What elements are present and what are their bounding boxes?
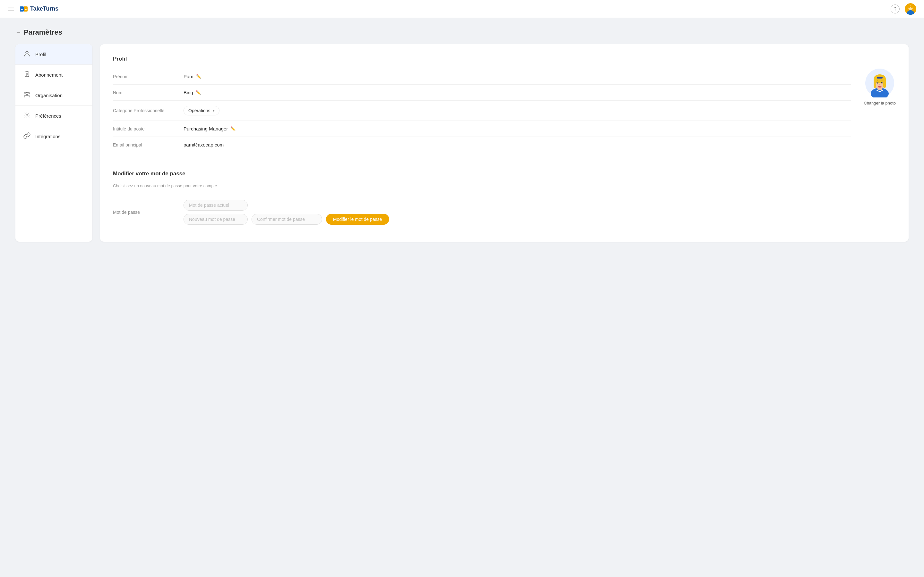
- field-value-prenom: Pam ✏️: [184, 74, 201, 79]
- avatar-container: [865, 69, 894, 97]
- password-row: Mot de passe Modifier le mot de passe: [113, 195, 896, 230]
- main-card: Profil Prénom Pam ✏️ N: [100, 44, 909, 242]
- categorie-value: Opérations: [188, 108, 210, 113]
- field-label-nom: Nom: [113, 90, 184, 95]
- header: TakeTurns ?: [0, 0, 924, 18]
- sidebar-item-label-profil: Profil: [35, 52, 46, 57]
- svg-point-17: [28, 93, 30, 94]
- clipboard-icon: [23, 71, 31, 79]
- password-section: Modifier votre mot de passe Choisissez u…: [113, 164, 896, 230]
- categorie-dropdown[interactable]: Opérations ▾: [184, 106, 220, 115]
- field-row-nom: Nom Bing ✏️: [113, 85, 851, 101]
- hamburger-menu[interactable]: [8, 7, 14, 11]
- svg-point-29: [881, 82, 883, 84]
- link-icon: [23, 132, 31, 141]
- svg-point-28: [877, 82, 879, 84]
- profile-section-title: Profil: [113, 56, 896, 62]
- chevron-down-icon: ▾: [213, 108, 215, 113]
- logo[interactable]: TakeTurns: [19, 5, 58, 13]
- current-password-input[interactable]: [184, 200, 248, 211]
- profile-section: Profil Prénom Pam ✏️ N: [113, 56, 896, 153]
- field-row-categorie: Catégorie Professionnelle Opérations ▾: [113, 101, 851, 121]
- field-label-prenom: Prénom: [113, 74, 184, 79]
- field-value-categorie: Opérations ▾: [184, 106, 220, 115]
- svg-point-16: [26, 93, 28, 95]
- edit-poste-icon[interactable]: ✏️: [230, 126, 236, 131]
- field-value-poste: Purchasing Manager ✏️: [184, 126, 236, 131]
- svg-point-19: [26, 114, 28, 116]
- confirm-password-input[interactable]: [252, 214, 322, 225]
- svg-point-10: [911, 5, 913, 8]
- sidebar-item-label-abonnement: Abonnement: [35, 72, 63, 77]
- email-value: pam@axecap.com: [184, 142, 224, 147]
- prenom-value: Pam: [184, 74, 194, 79]
- field-label-categorie: Catégorie Professionnelle: [113, 108, 184, 113]
- avatar-section: Changer la photo: [864, 69, 896, 105]
- svg-point-31: [882, 82, 883, 83]
- help-button[interactable]: ?: [891, 5, 900, 13]
- edit-nom-icon[interactable]: ✏️: [196, 90, 201, 95]
- poste-value: Purchasing Manager: [184, 126, 228, 131]
- header-left: TakeTurns: [8, 5, 58, 13]
- svg-rect-4: [21, 9, 23, 10]
- logo-text: TakeTurns: [30, 5, 58, 12]
- field-row-prenom: Prénom Pam ✏️: [113, 69, 851, 85]
- current-password-wrapper: [184, 200, 389, 211]
- field-label-email: Email principal: [113, 142, 184, 147]
- group-icon: [23, 91, 31, 100]
- sidebar-item-label-organisation: Organisation: [35, 93, 63, 98]
- gear-icon: [23, 111, 31, 120]
- nom-value: Bing: [184, 90, 193, 95]
- svg-point-18: [24, 93, 26, 94]
- svg-rect-5: [25, 9, 27, 10]
- field-value-email: pam@axecap.com: [184, 142, 224, 147]
- svg-point-32: [879, 84, 880, 85]
- sidebar-item-organisation[interactable]: Organisation: [15, 85, 92, 106]
- avatar-image: [865, 69, 894, 97]
- password-inputs-row2: Modifier le mot de passe: [184, 214, 389, 225]
- sidebar-item-integrations[interactable]: Intégrations: [15, 126, 92, 147]
- password-description: Choisissez un nouveau mot de passe pour …: [113, 183, 896, 188]
- svg-rect-2: [21, 8, 23, 8]
- svg-rect-27: [877, 77, 883, 79]
- logo-icon: [19, 5, 28, 13]
- field-value-nom: Bing ✏️: [184, 90, 201, 95]
- save-password-button[interactable]: Modifier le mot de passe: [326, 214, 389, 225]
- sidebar-item-label-preferences: Préférences: [35, 113, 61, 119]
- field-label-poste: Intitulé du poste: [113, 126, 184, 131]
- content-layout: Profil Abonnement: [15, 44, 909, 242]
- back-arrow[interactable]: ←: [15, 29, 21, 36]
- breadcrumb: ← Paramètres: [15, 28, 909, 37]
- sidebar-item-abonnement[interactable]: Abonnement: [15, 65, 92, 85]
- header-right: ?: [891, 3, 916, 15]
- sidebar-item-preferences[interactable]: Préférences: [15, 106, 92, 126]
- sidebar-item-profil[interactable]: Profil: [15, 44, 92, 65]
- user-avatar-header[interactable]: [905, 3, 916, 15]
- profile-fields: Prénom Pam ✏️ Nom Bing ✏️: [113, 69, 851, 153]
- svg-point-33: [878, 86, 881, 87]
- svg-point-30: [877, 82, 878, 83]
- user-icon: [23, 50, 31, 59]
- sidebar-item-label-integrations: Intégrations: [35, 134, 60, 139]
- svg-point-11: [26, 51, 28, 54]
- password-inputs: Modifier le mot de passe: [184, 200, 389, 225]
- svg-point-9: [908, 5, 911, 8]
- edit-prenom-icon[interactable]: ✏️: [196, 74, 201, 79]
- svg-rect-25: [874, 79, 876, 88]
- page: ← Paramètres Profil: [0, 18, 924, 252]
- sidebar: Profil Abonnement: [15, 44, 92, 242]
- new-password-input[interactable]: [184, 214, 248, 225]
- field-row-email: Email principal pam@axecap.com: [113, 137, 851, 153]
- password-section-title: Modifier votre mot de passe: [113, 171, 896, 177]
- change-photo-button[interactable]: Changer la photo: [864, 101, 896, 105]
- field-row-poste: Intitulé du poste Purchasing Manager ✏️: [113, 121, 851, 137]
- password-field-label: Mot de passe: [113, 210, 184, 215]
- profile-top: Prénom Pam ✏️ Nom Bing ✏️: [113, 69, 896, 153]
- page-title: Paramètres: [24, 28, 62, 37]
- svg-rect-26: [883, 79, 886, 88]
- svg-rect-3: [25, 8, 27, 8]
